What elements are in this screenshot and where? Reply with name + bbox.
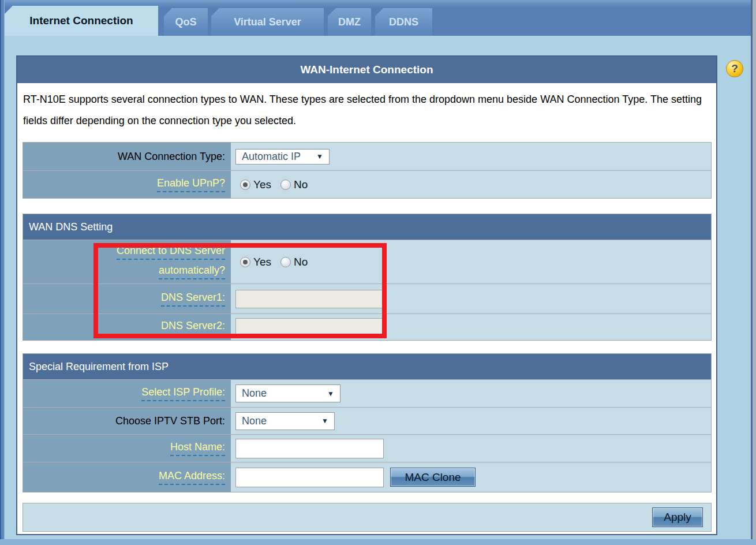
- upnp-yes-radio[interactable]: [240, 180, 250, 190]
- table-row: DNS Server2:: [23, 313, 711, 340]
- mac-clone-button[interactable]: MAC Clone: [390, 468, 476, 487]
- tab-ddns[interactable]: DDNS: [375, 8, 432, 36]
- dns-auto-label-line1[interactable]: Connect to DNS Server: [117, 245, 225, 260]
- wan-dns-setting-table: WAN DNS Setting Connect to DNS Server au…: [23, 214, 712, 341]
- page-title: WAN-Internet Connection: [17, 57, 716, 83]
- dns-auto-no-radio[interactable]: [280, 257, 291, 267]
- dns-auto-yes-label: Yes: [253, 256, 271, 268]
- dns-auto-label-line2[interactable]: automatically?: [159, 264, 225, 279]
- iptv-stb-port-label: Choose IPTV STB Port:: [115, 415, 225, 427]
- mac-address-input[interactable]: [235, 468, 384, 487]
- iptv-stb-port-value: None: [242, 415, 267, 427]
- window-top-band: Internet Connection QoS Virtual Server D…: [0, 0, 756, 36]
- isp-requirement-table: Special Requirement from ISP Select ISP …: [23, 353, 712, 492]
- basic-settings-table: WAN Connection Type: Automatic IP ▼ Enab…: [23, 142, 712, 199]
- table-row: Choose IPTV STB Port: None ▼: [23, 407, 711, 434]
- wan-dns-section-title: WAN DNS Setting: [23, 214, 711, 240]
- enable-upnp-label[interactable]: Enable UPnP?: [157, 177, 225, 192]
- wan-connection-type-select[interactable]: Automatic IP ▼: [235, 149, 330, 165]
- upnp-no-radio[interactable]: [280, 180, 291, 190]
- table-row: WAN Connection Type: Automatic IP ▼: [23, 143, 711, 170]
- dns-auto-no-label: No: [294, 256, 308, 268]
- upnp-no-label: No: [294, 178, 308, 191]
- wan-settings-panel: WAN-Internet Connection RT-N10E supports…: [16, 55, 717, 535]
- dns-server2-input[interactable]: [235, 318, 383, 337]
- host-name-input[interactable]: [235, 439, 384, 458]
- isp-profile-label[interactable]: Select ISP Profile:: [141, 386, 225, 401]
- tab-internet-connection[interactable]: Internet Connection: [5, 6, 158, 36]
- window-right-edge: [751, 0, 756, 545]
- window-bottom-edge: [0, 539, 756, 545]
- table-row: Enable UPnP? Yes No: [23, 170, 711, 198]
- dns-server2-label[interactable]: DNS Server2:: [161, 320, 225, 335]
- help-icon[interactable]: ?: [726, 60, 743, 77]
- page-description: RT-N10E supports several connection type…: [23, 89, 707, 132]
- table-row: MAC Address: MAC Clone: [23, 462, 711, 492]
- tab-qos[interactable]: QoS: [164, 8, 208, 36]
- apply-bar: Apply: [23, 503, 712, 532]
- mac-address-label[interactable]: MAC Address:: [159, 470, 225, 485]
- chevron-down-icon: ▼: [321, 417, 328, 425]
- dns-server1-label[interactable]: DNS Server1:: [161, 292, 225, 307]
- table-row: Host Name:: [23, 434, 711, 462]
- chevron-down-icon: ▼: [316, 152, 323, 160]
- table-row: Select ISP Profile: None ▼: [23, 379, 711, 407]
- isp-section-title: Special Requirement from ISP: [23, 354, 711, 379]
- upnp-yes-label: Yes: [253, 178, 271, 191]
- table-row: Connect to DNS Server automatically? Yes…: [23, 240, 711, 283]
- dns-auto-yes-radio[interactable]: [240, 257, 250, 267]
- apply-button[interactable]: Apply: [652, 507, 703, 527]
- host-name-label[interactable]: Host Name:: [170, 441, 225, 456]
- wan-connection-type-label: WAN Connection Type:: [118, 151, 225, 163]
- chevron-down-icon: ▼: [327, 390, 334, 398]
- tab-dmz[interactable]: DMZ: [328, 8, 371, 36]
- isp-profile-value: None: [242, 387, 267, 400]
- wan-connection-type-value: Automatic IP: [242, 151, 301, 163]
- window-left-edge: [0, 0, 5, 545]
- dns-server1-input[interactable]: [235, 290, 383, 308]
- isp-profile-select[interactable]: None ▼: [235, 385, 340, 402]
- tab-virtual-server[interactable]: Virtual Server: [211, 8, 324, 36]
- table-row: DNS Server1:: [23, 283, 711, 313]
- iptv-stb-port-select[interactable]: None ▼: [235, 412, 335, 430]
